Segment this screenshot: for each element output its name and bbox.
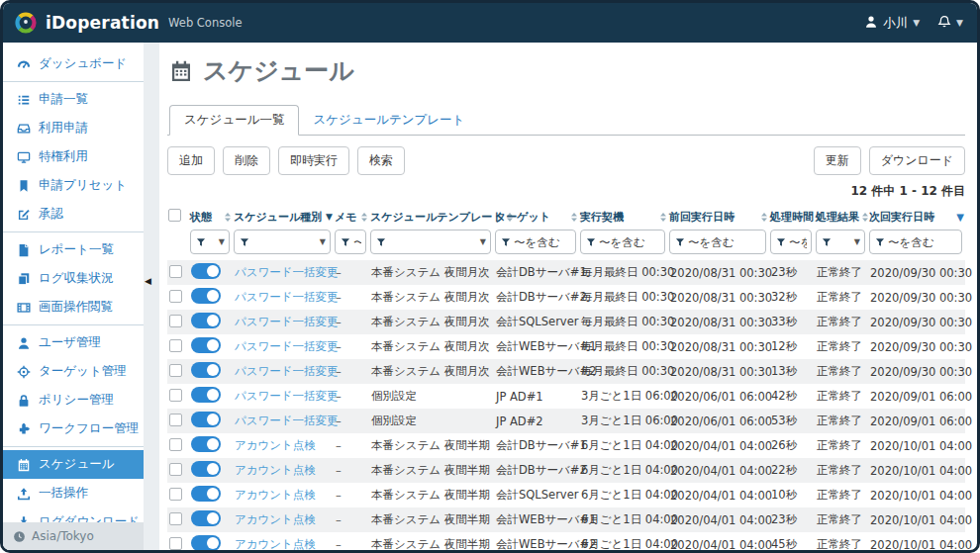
column-header-次回実行日時[interactable]: 次回実行日時▼	[868, 206, 965, 228]
column-header-前回実行日時[interactable]: 前回実行日時	[668, 206, 769, 228]
select-all-checkbox[interactable]	[168, 209, 181, 222]
sort-icon[interactable]	[760, 212, 768, 223]
削除-button[interactable]: 削除	[223, 146, 270, 175]
schedule-type-link[interactable]: パスワード一括変更	[233, 260, 334, 285]
row-checkbox[interactable]	[169, 290, 182, 303]
sort-desc-icon[interactable]: ▼	[326, 212, 333, 222]
row-checkbox[interactable]	[169, 315, 182, 327]
row-checkbox[interactable]	[169, 438, 182, 451]
column-header-状態[interactable]: 状態	[189, 206, 233, 228]
sidebar-splitter[interactable]: ◀	[144, 43, 159, 550]
filter-input-実行契機[interactable]	[580, 230, 665, 254]
status-toggle[interactable]	[191, 263, 221, 279]
sort-icon[interactable]	[570, 212, 578, 223]
row-checkbox[interactable]	[169, 339, 182, 352]
sidebar-item-スケジュール[interactable]: スケジュール	[3, 450, 144, 479]
filter-select-スケジュールテンプレート[interactable]: ▼	[370, 230, 491, 254]
schedule-type-link[interactable]: アカウント点検	[233, 532, 334, 550]
filter-text-input[interactable]	[353, 235, 361, 249]
row-checkbox[interactable]	[169, 389, 182, 402]
column-header-スケジュールテンプレート[interactable]: スケジュールテンプレート	[369, 206, 494, 228]
更新-button[interactable]: 更新	[814, 146, 861, 175]
filter-input-前回実行日時[interactable]	[669, 230, 766, 254]
sort-icon[interactable]	[360, 212, 368, 223]
notification-menu[interactable]: ▼	[937, 15, 963, 32]
column-header-スケジュール種別[interactable]: スケジュール種別▼	[233, 206, 334, 228]
sort-icon[interactable]	[224, 212, 232, 223]
filter-input-処理時間[interactable]	[770, 230, 812, 254]
tab-スケジュールテンプレート[interactable]: スケジュールテンプレート	[299, 106, 478, 135]
schedule-type-link[interactable]: パスワード一括変更	[233, 285, 334, 310]
schedule-type-link[interactable]: パスワード一括変更	[233, 409, 334, 433]
status-toggle[interactable]	[191, 288, 221, 304]
schedule-type-link[interactable]: アカウント点検	[233, 483, 334, 507]
status-toggle[interactable]	[191, 362, 221, 378]
filter-text-input[interactable]	[599, 235, 660, 249]
sort-icon[interactable]	[861, 212, 869, 223]
filter-select-処理結果[interactable]: ▼	[816, 230, 865, 254]
column-header-メモ[interactable]: メモ	[334, 206, 369, 228]
user-menu[interactable]: 小川 ▼	[864, 15, 920, 32]
row-checkbox[interactable]	[169, 512, 182, 525]
検索-button[interactable]: 検索	[357, 146, 405, 175]
row-checkbox[interactable]	[169, 488, 182, 501]
row-checkbox[interactable]	[169, 265, 182, 278]
status-toggle[interactable]	[191, 461, 221, 477]
status-toggle[interactable]	[191, 313, 221, 328]
column-header-ターゲット[interactable]: ターゲット	[494, 206, 579, 228]
filter-input-次回実行日時[interactable]	[869, 230, 962, 254]
sidebar-collapse-icon[interactable]: ◀	[145, 276, 151, 286]
sidebar-item-ワークフロー管理[interactable]: ワークフロー管理	[3, 415, 144, 443]
schedule-type-link[interactable]: パスワード一括変更	[233, 359, 334, 384]
schedule-type-link[interactable]: パスワード一括変更	[233, 334, 334, 359]
sidebar-item-ターゲット管理[interactable]: ターゲット管理	[3, 357, 144, 386]
schedule-type-link[interactable]: アカウント点検	[233, 458, 334, 483]
target-cell: JP AD#1	[494, 384, 579, 409]
schedule-type-link[interactable]: アカウント点検	[233, 433, 334, 458]
filter-input-ターゲット[interactable]	[495, 230, 576, 254]
ダウンロード-button[interactable]: ダウンロード	[869, 146, 965, 175]
status-toggle[interactable]	[191, 510, 221, 526]
column-header-実行契機[interactable]: 実行契機	[579, 206, 668, 228]
filter-text-input[interactable]	[789, 235, 807, 249]
status-toggle[interactable]	[191, 535, 221, 550]
column-header-処理結果[interactable]: 処理結果	[815, 206, 868, 228]
sidebar-item-承認[interactable]: 承認	[3, 200, 144, 229]
column-menu-icon[interactable]: ▼	[956, 212, 964, 223]
filter-text-input[interactable]	[888, 235, 957, 249]
filter-select-状態[interactable]: ▼	[190, 230, 230, 254]
sidebar-item-申請プリセット[interactable]: 申請プリセット	[3, 171, 144, 200]
sidebar-item-ダッシュボード[interactable]: ダッシュボード	[3, 49, 144, 78]
filter-input-メモ[interactable]	[335, 230, 366, 254]
sidebar-item-申請一覧[interactable]: 申請一覧	[3, 85, 144, 114]
sort-icon[interactable]	[659, 212, 667, 223]
sidebar-item-ログダウンロード[interactable]: ログダウンロード	[3, 507, 144, 522]
sidebar-item-ポリシー管理[interactable]: ポリシー管理	[3, 386, 144, 415]
status-toggle[interactable]	[191, 337, 221, 353]
column-header-処理時間[interactable]: 処理時間	[769, 206, 815, 228]
status-toggle[interactable]	[191, 436, 221, 452]
sidebar-item-ユーザ管理[interactable]: ユーザ管理	[3, 328, 144, 357]
schedule-type-link[interactable]: アカウント点検	[233, 507, 334, 532]
sidebar-item-一括操作[interactable]: 一括操作	[3, 479, 144, 507]
filter-text-input[interactable]	[514, 235, 571, 249]
status-toggle[interactable]	[191, 486, 221, 502]
sidebar-item-レポート一覧[interactable]: レポート一覧	[3, 235, 144, 264]
sidebar-item-特権利用[interactable]: 特権利用	[3, 142, 144, 171]
status-toggle[interactable]	[191, 387, 221, 403]
status-toggle[interactable]	[191, 412, 221, 427]
row-checkbox[interactable]	[169, 463, 182, 476]
sidebar-item-画面操作閲覧[interactable]: 画面操作閲覧	[3, 293, 144, 322]
sidebar-item-利用申請[interactable]: 利用申請	[3, 114, 144, 142]
filter-select-スケジュール種別[interactable]: ▼	[234, 230, 331, 254]
row-checkbox[interactable]	[169, 537, 182, 550]
filter-text-input[interactable]	[688, 235, 761, 249]
schedule-type-link[interactable]: パスワード一括変更	[233, 310, 334, 334]
tab-スケジュール一覧[interactable]: スケジュール一覧	[169, 105, 299, 136]
追加-button[interactable]: 追加	[167, 146, 215, 175]
schedule-type-link[interactable]: パスワード一括変更	[233, 384, 334, 409]
row-checkbox[interactable]	[169, 414, 182, 426]
sidebar-item-ログ収集状況[interactable]: ログ収集状況	[3, 264, 144, 293]
row-checkbox[interactable]	[169, 364, 182, 377]
即時実行-button[interactable]: 即時実行	[278, 146, 349, 175]
